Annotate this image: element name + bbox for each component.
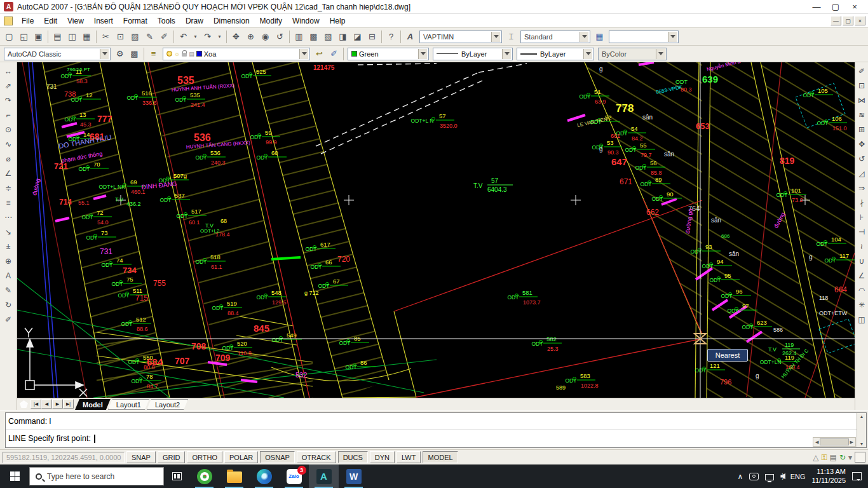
menu-insert[interactable]: Insert (89, 15, 118, 27)
hidden-icons-chevron[interactable]: ∧ (738, 472, 743, 481)
menu-file[interactable]: File (17, 15, 39, 27)
command-vscrollbar[interactable]: ▲▼ (857, 413, 866, 447)
copy-clip-icon[interactable]: ⊡ (113, 29, 128, 44)
tab-next-button[interactable]: ▶ (52, 399, 63, 409)
chevron-down-icon[interactable] (583, 49, 592, 59)
tool-palettes-icon[interactable]: ▧ (321, 29, 336, 44)
layer-lock-icon[interactable] (182, 53, 187, 57)
tray-chevron-icon[interactable]: ▾ (848, 453, 852, 462)
rotate-icon[interactable]: ↺ (855, 151, 868, 166)
taskbar-app-edge[interactable] (249, 464, 279, 488)
taskbar-app-word[interactable]: W (339, 464, 369, 488)
chevron-down-icon[interactable] (668, 32, 677, 42)
taskbar-app-autocad[interactable]: A (309, 464, 339, 488)
quick-leader-icon[interactable]: ↘ (2, 224, 15, 239)
scroll-up-icon[interactable]: ▲ (860, 413, 864, 420)
layer-combo[interactable]: ☼ ▤ Xoa (163, 48, 310, 60)
draw-order-icon[interactable]: ◫ (855, 312, 868, 327)
zoom-realtime-icon[interactable]: ⊕ (243, 29, 258, 44)
layer-previous-icon[interactable]: ↩ (312, 46, 327, 61)
lineweight-combo[interactable]: ByLayer (517, 48, 594, 60)
minimize-button[interactable]: — (807, 2, 826, 11)
plot-preview-icon[interactable]: ◫ (65, 29, 79, 44)
text-style-icon[interactable]: A (403, 29, 417, 44)
dim-jogged-icon[interactable]: ∿ (2, 137, 15, 151)
dim-style-icon[interactable]: ⌶ (504, 29, 519, 44)
status-grid-button[interactable]: GRID (158, 451, 186, 463)
status-polar-button[interactable]: POLAR (224, 451, 258, 463)
menu-modify[interactable]: Modify (255, 15, 287, 27)
menu-format[interactable]: Format (118, 15, 153, 27)
array-icon[interactable]: ⊞ (855, 122, 868, 137)
color-combo[interactable]: Green (348, 48, 429, 60)
action-center-icon[interactable] (852, 472, 862, 480)
coordinate-display[interactable]: 595182.1519, 1202245.4591, 0.0000 (3, 452, 125, 463)
table-style-icon[interactable]: ▦ (592, 29, 607, 44)
plot-style-combo[interactable]: ByColor (598, 48, 667, 60)
chevron-down-icon[interactable] (100, 49, 109, 59)
clean-screen-button[interactable] (855, 452, 865, 463)
dim-style-combo[interactable]: Standard (520, 30, 590, 43)
paste-icon[interactable]: ▨ (128, 29, 142, 44)
new-file-icon[interactable]: ▢ (2, 29, 17, 44)
block-editor-icon[interactable]: ✐ (157, 29, 172, 44)
menu-help[interactable]: Help (325, 15, 351, 27)
quickcalc-icon[interactable]: ⊟ (365, 29, 379, 44)
erase-icon[interactable]: ✐ (855, 64, 868, 78)
tab-model[interactable]: Model (75, 399, 111, 410)
taskbar-app-zalo[interactable]: Zalo 3 (279, 464, 309, 488)
chevron-down-icon[interactable] (502, 49, 511, 59)
child-close-button[interactable]: × (855, 16, 865, 25)
dim-edit-icon[interactable]: A (2, 268, 15, 283)
zoom-window-icon[interactable]: ◉ (258, 29, 273, 44)
offset-icon[interactable]: ≋ (855, 107, 868, 122)
volume-icon[interactable]: ) (780, 473, 783, 480)
tab-layout2[interactable]: Layout2 (147, 399, 188, 410)
dim-radius-icon[interactable]: ⊙ (2, 122, 15, 137)
dim-diameter-icon[interactable]: ⌀ (2, 151, 15, 166)
scroll-right-icon[interactable]: ▶ (850, 440, 853, 445)
markup-icon[interactable]: ◪ (350, 29, 365, 44)
menu-tools[interactable]: Tools (153, 15, 180, 27)
redo-drop-icon[interactable]: ▾ (215, 29, 224, 44)
dim-linear-icon[interactable]: ↔ (2, 64, 15, 78)
taskbar-clock[interactable]: 11:13 AM 11/11/2025 (812, 468, 846, 485)
chevron-down-icon[interactable] (299, 49, 308, 59)
open-icon[interactable]: ◱ (17, 29, 31, 44)
extend-icon[interactable]: ⊦ (855, 210, 868, 224)
chevron-down-icon[interactable] (580, 32, 588, 42)
layer-plot-icon[interactable]: ▤ (189, 51, 194, 57)
undo-drop-icon[interactable]: ▾ (191, 29, 200, 44)
designcenter-icon[interactable]: ▩ (306, 29, 321, 44)
save-workspace-icon[interactable]: ▩ (127, 46, 142, 61)
redo-icon[interactable]: ↷ (200, 29, 215, 44)
menu-dimension[interactable]: Dimension (208, 15, 255, 27)
close-button[interactable]: × (845, 2, 864, 11)
tab-prev-button[interactable]: ◀ (41, 399, 52, 409)
match-properties-icon[interactable]: ✎ (142, 29, 157, 44)
taskbar-app-coccoc[interactable] (189, 464, 219, 488)
stretch-icon[interactable]: ⇒ (855, 180, 868, 195)
dim-update-icon[interactable]: ↻ (2, 297, 15, 312)
dim-aligned-icon[interactable]: ⇗ (2, 78, 15, 93)
status-ducs-button[interactable]: DUCS (338, 451, 368, 463)
help-icon[interactable]: ? (384, 29, 398, 44)
task-view-button[interactable] (164, 464, 189, 488)
tab-last-button[interactable]: ▶| (63, 399, 74, 409)
dim-angular-icon[interactable]: ∠ (2, 166, 15, 180)
tab-first-button[interactable]: |◀ (31, 399, 41, 409)
linetype-combo[interactable]: ByLayer (433, 48, 513, 60)
tab-layout1[interactable]: Layout1 (108, 399, 149, 410)
status-snap-button[interactable]: SNAP (126, 451, 156, 463)
drawing-canvas[interactable]: ODT516336.6ODT535241.4ODT536240.3ODT5999… (17, 62, 855, 398)
chevron-down-icon[interactable] (656, 49, 665, 59)
chevron-down-icon[interactable] (418, 49, 427, 59)
status-osnap-button[interactable]: OSNAP (260, 451, 295, 463)
toolbar-lock-icon[interactable]: ⚿ (821, 453, 827, 462)
join-icon[interactable]: ∪ (855, 254, 868, 268)
child-restore-button[interactable]: ▢ (843, 16, 853, 25)
plot-icon[interactable]: ▤ (50, 29, 65, 44)
layer-freeze-icon[interactable]: ☼ (174, 50, 180, 57)
table-style-combo[interactable] (609, 30, 679, 43)
workspace-settings-icon[interactable]: ⚙ (112, 46, 127, 61)
